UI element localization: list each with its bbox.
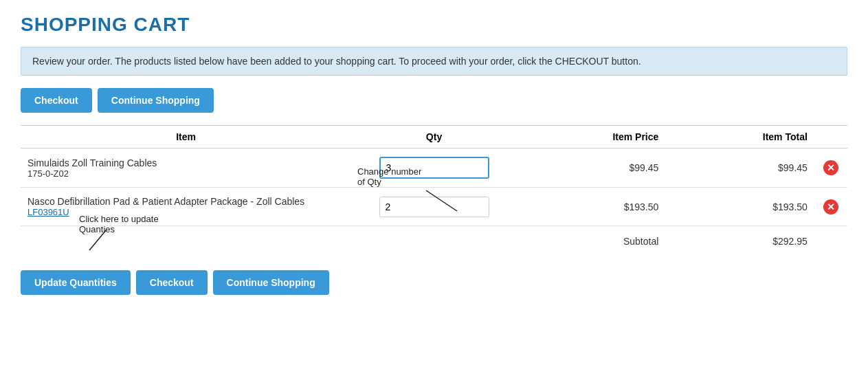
qty-input-wrapper-1: ▲ ▼: [379, 157, 489, 179]
qty-input-1[interactable]: [381, 158, 489, 177]
table-row: Simulaids Zoll Training Cables 175-0-Z02…: [21, 148, 847, 188]
remove-item-1-button[interactable]: ✕: [823, 160, 838, 175]
cart-item-1-sku: 175-0-Z02: [27, 168, 344, 179]
remove-item-1-icon: ✕: [823, 160, 838, 175]
col-header-remove: [814, 126, 847, 148]
cart-item-1-info: Simulaids Zoll Training Cables 175-0-Z02: [21, 148, 351, 188]
cart-item-2-remove-cell: ✕: [814, 188, 847, 226]
update-quantities-button[interactable]: Update Quantities: [21, 270, 131, 295]
cart-item-1-total: $99.45: [665, 148, 814, 188]
checkout-button-top[interactable]: Checkout: [21, 88, 92, 113]
cart-item-2-price: $193.50: [517, 188, 666, 226]
subtotal-spacer: [21, 226, 517, 257]
subtotal-label: Subtotal: [517, 226, 666, 257]
checkout-button-bottom[interactable]: Checkout: [136, 270, 208, 295]
qty-input-2[interactable]: [380, 197, 489, 217]
cart-item-2-name: Nasco Defibrillation Pad & Patient Adapt…: [27, 196, 344, 207]
table-row: Nasco Defibrillation Pad & Patient Adapt…: [21, 188, 847, 226]
col-header-qty: Qty: [351, 126, 517, 148]
continue-shopping-button-bottom[interactable]: Continue Shopping: [213, 270, 329, 295]
col-header-price: Item Price: [517, 126, 666, 148]
qty-input-wrapper-2: ▲ ▼: [379, 197, 489, 217]
cart-content: Change number of Qty Click here to updat…: [21, 125, 847, 295]
info-banner: Review your order. The products listed b…: [21, 47, 847, 76]
cart-item-1-remove-cell: ✕: [814, 148, 847, 188]
subtotal-remove-spacer: [814, 226, 847, 257]
subtotal-row: Subtotal $292.95: [21, 226, 847, 257]
cart-item-1-name: Simulaids Zoll Training Cables: [27, 157, 344, 168]
cart-item-2-info: Nasco Defibrillation Pad & Patient Adapt…: [21, 188, 351, 226]
subtotal-value: $292.95: [665, 226, 814, 257]
col-header-total: Item Total: [665, 126, 814, 148]
remove-item-2-button[interactable]: ✕: [823, 199, 838, 214]
continue-shopping-button-top[interactable]: Continue Shopping: [98, 88, 214, 113]
table-header-row: Item Qty Item Price Item Total: [21, 126, 847, 148]
top-buttons-bar: Checkout Continue Shopping: [21, 88, 847, 113]
col-header-item: Item: [21, 126, 351, 148]
cart-item-1-price: $99.45: [517, 148, 666, 188]
cart-table: Item Qty Item Price Item Total Simulaids…: [21, 125, 847, 256]
cart-item-2-qty-cell: ▲ ▼: [351, 188, 517, 226]
cart-item-1-qty-cell: ▲ ▼: [351, 148, 517, 188]
remove-item-2-icon: ✕: [823, 199, 838, 214]
cart-item-2-total: $193.50: [665, 188, 814, 226]
bottom-buttons-bar: Update Quantities Checkout Continue Shop…: [21, 263, 847, 295]
cart-item-2-sku-link[interactable]: LF03961U: [27, 207, 69, 217]
page-title: SHOPPING CART: [21, 14, 847, 36]
cart-item-2-sku: LF03961U: [27, 207, 344, 217]
